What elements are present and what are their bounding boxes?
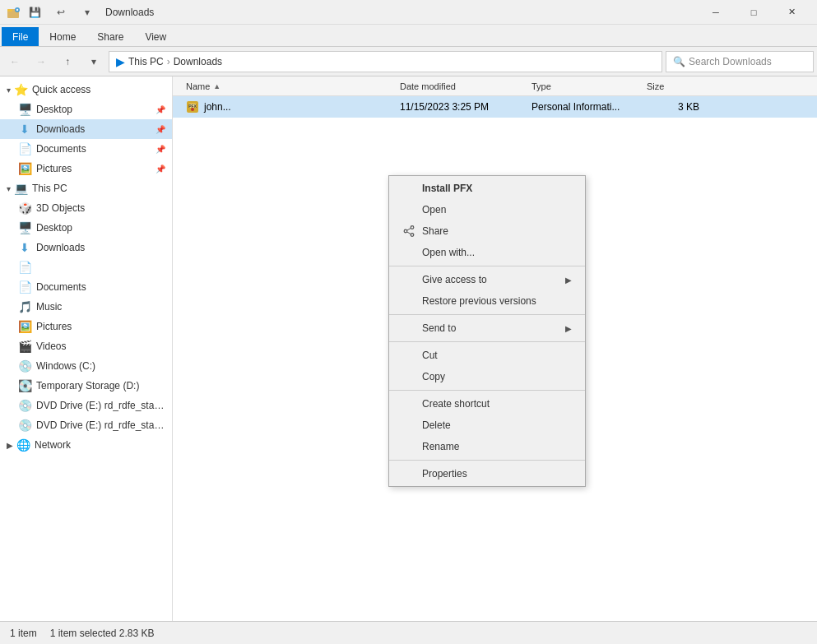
svg-text:PFX: PFX	[188, 104, 197, 109]
ctx-open[interactable]: Open	[389, 199, 585, 220]
this-pc-icon: 💻	[14, 182, 27, 195]
sidebar-item-downloads-quick[interactable]: ⬇ Downloads 📌	[0, 119, 172, 139]
forward-button[interactable]: →	[30, 51, 53, 72]
sidebar-item-desktop[interactable]: 🖥️ Desktop	[0, 218, 172, 238]
col-type-btn[interactable]: Type	[525, 76, 640, 96]
quick-access-dropdown-btn[interactable]: ▾	[76, 2, 99, 23]
3dobjects-icon: 🎲	[18, 202, 31, 215]
ctx-open-with[interactable]: Open with...	[389, 242, 585, 263]
sidebar-quick-access[interactable]: ▾ ⭐ Quick access	[0, 80, 172, 100]
minimize-button[interactable]: ─	[697, 0, 735, 25]
sidebar-item-pictures[interactable]: 🖼️ Pictures	[0, 317, 172, 336]
pin-icon: 📌	[156, 164, 165, 174]
maximize-button[interactable]: □	[735, 0, 773, 25]
col-name-btn[interactable]: Name ▲	[179, 76, 393, 96]
window-controls: ─ □ ✕	[697, 0, 810, 25]
documents-icon: 📄	[18, 142, 31, 155]
delete-icon	[402, 419, 415, 432]
sidebar-item-network[interactable]: ▶ 🌐 Network	[0, 435, 172, 455]
ctx-restore-label: Restore previous versions	[422, 295, 536, 307]
ctx-properties[interactable]: Properties	[389, 463, 585, 484]
sidebar-item-dvd-e2[interactable]: 💿 DVD Drive (E:) rd_rdfe_stable.	[0, 415, 172, 435]
send-to-icon	[402, 322, 415, 335]
ctx-install-label: Install PFX	[422, 183, 472, 194]
desktop-icon: 🖥️	[18, 103, 31, 116]
expander-icon: ▾	[7, 184, 11, 193]
ctx-share[interactable]: Share	[389, 220, 585, 242]
file-name: john...	[204, 101, 231, 113]
rename-icon	[402, 440, 415, 453]
sidebar-item-documents-quick[interactable]: 📄 Documents 📌	[0, 139, 172, 159]
ctx-install-pfx[interactable]: Install PFX	[389, 178, 585, 199]
pin-icon: 📌	[156, 145, 165, 154]
content-area[interactable]: Name ▲ Date modified Type Size	[173, 76, 817, 622]
shortcut-icon	[402, 397, 415, 410]
quick-access-save-btn[interactable]: 💾	[23, 2, 46, 23]
col-size-btn[interactable]: Size	[640, 76, 706, 96]
sidebar-item-documents[interactable]: 📄 Documents	[0, 277, 172, 297]
ctx-rename[interactable]: Rename	[389, 436, 585, 457]
ctx-give-access[interactable]: Give access to ▶	[389, 269, 585, 290]
tab-share[interactable]: Share	[86, 27, 134, 46]
sidebar-item-3dobjects[interactable]: 🎲 3D Objects	[0, 198, 172, 218]
ribbon: File Home Share View	[0, 25, 817, 47]
ctx-properties-label: Properties	[422, 468, 467, 480]
title-bar: 💾 ↩ ▾ Downloads ─ □ ✕	[0, 0, 817, 25]
file-size: 3 KB	[640, 101, 706, 113]
desktop-icon: 🖥️	[18, 221, 31, 234]
give-access-icon	[402, 273, 415, 286]
ctx-send-to[interactable]: Send to ▶	[389, 317, 585, 339]
downloads-icon: ⬇	[18, 241, 31, 254]
up-button[interactable]: ↑	[56, 51, 79, 72]
open-with-icon	[402, 246, 415, 259]
search-box[interactable]: 🔍 Search Downloads	[666, 51, 814, 72]
col-modified-btn[interactable]: Date modified	[393, 76, 525, 96]
sidebar-item-empty[interactable]: 📄	[0, 257, 172, 277]
address-path[interactable]: ▶ This PC › Downloads	[109, 51, 662, 72]
sidebar-this-pc[interactable]: ▾ 💻 This PC	[0, 178, 172, 198]
path-this-pc[interactable]: This PC	[128, 56, 164, 67]
sidebar-item-pictures-quick[interactable]: 🖼️ Pictures 📌	[0, 159, 172, 178]
sidebar-item-windows-c[interactable]: 💿 Windows (C:)	[0, 356, 172, 376]
music-icon: 🎵	[18, 300, 31, 313]
sidebar-item-downloads[interactable]: ⬇ Downloads	[0, 238, 172, 257]
submenu-arrow: ▶	[565, 276, 572, 285]
drive-icon: 💿	[18, 359, 31, 373]
ctx-copy[interactable]: Copy	[389, 366, 585, 387]
path-downloads[interactable]: Downloads	[174, 56, 222, 67]
ctx-restore-versions[interactable]: Restore previous versions	[389, 290, 585, 312]
ctx-create-shortcut-label: Create shortcut	[422, 398, 490, 410]
copy-icon	[402, 370, 415, 383]
sidebar-item-temp-d[interactable]: 💽 Temporary Storage (D:)	[0, 376, 172, 396]
sidebar-item-videos[interactable]: 🎬 Videos	[0, 336, 172, 356]
ctx-rename-label: Rename	[422, 441, 459, 452]
ctx-create-shortcut[interactable]: Create shortcut	[389, 393, 585, 415]
back-button[interactable]: ←	[3, 51, 26, 72]
context-menu: Install PFX Open Share Open with... Give…	[388, 175, 586, 487]
ctx-delete[interactable]: Delete	[389, 415, 585, 436]
ctx-share-label: Share	[422, 225, 448, 237]
svg-rect-1	[7, 9, 12, 12]
recent-locations-button[interactable]: ▾	[82, 51, 105, 72]
tab-view[interactable]: View	[134, 27, 177, 46]
quick-access-undo-btn[interactable]: ↩	[49, 2, 72, 23]
tab-home[interactable]: Home	[39, 27, 86, 46]
window-title: Downloads	[105, 7, 697, 18]
svg-point-7	[411, 226, 414, 229]
sidebar-item-music[interactable]: 🎵 Music	[0, 297, 172, 317]
close-button[interactable]: ✕	[773, 0, 810, 25]
main-layout: ▾ ⭐ Quick access 🖥️ Desktop 📌 ⬇ Download…	[0, 76, 817, 622]
ctx-copy-label: Copy	[422, 371, 445, 382]
sidebar-item-desktop-quick[interactable]: 🖥️ Desktop 📌	[0, 100, 172, 119]
table-row[interactable]: PFX john... 11/15/2023 3:25 PM Personal …	[173, 96, 817, 118]
svg-point-8	[404, 229, 407, 233]
separator	[389, 266, 585, 266]
separator	[389, 390, 585, 391]
ctx-cut-label: Cut	[422, 350, 438, 361]
network-icon: 🌐	[16, 438, 30, 452]
drive2-icon: 💽	[18, 379, 31, 392]
dvd-icon: 💿	[18, 419, 31, 432]
sidebar-item-dvd-e1[interactable]: 💿 DVD Drive (E:) rd_rdfe_stable.	[0, 396, 172, 415]
tab-file[interactable]: File	[2, 27, 39, 46]
ctx-cut[interactable]: Cut	[389, 345, 585, 366]
